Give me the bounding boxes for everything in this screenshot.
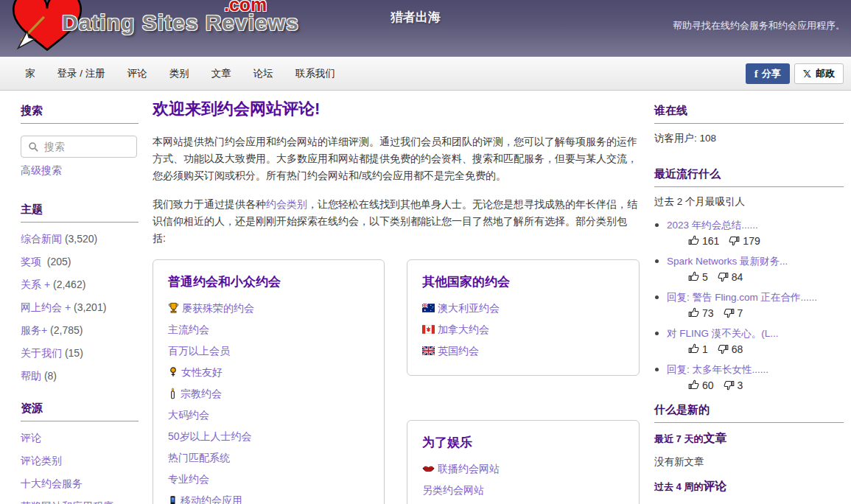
- upvote-count: 73: [702, 307, 714, 319]
- topic-link-awards[interactable]: 奖项: [21, 256, 41, 267]
- header: Dating Sites Reviews .com 猎者出海 帮助寻找在线约会服…: [0, 0, 851, 57]
- list-item: 专业约会: [168, 473, 369, 485]
- advanced-search-link[interactable]: 高级搜索: [21, 164, 139, 178]
- topic-link-general-news[interactable]: 综合新闻: [21, 233, 62, 245]
- topic-link-relationships[interactable]: 关系 +: [21, 279, 50, 290]
- australia-flag-icon: [422, 304, 435, 312]
- category-link-mainstream-dating[interactable]: 主流约会: [168, 323, 209, 335]
- trending-link[interactable]: 对 FLING 漠不关心。(L...: [667, 328, 779, 339]
- page-title: 欢迎来到约会网站评论!: [153, 98, 640, 120]
- category-link-million-members[interactable]: 百万以上会员: [168, 345, 230, 357]
- box-title: 其他国家的约会: [422, 273, 624, 290]
- nav-item-login-register[interactable]: 登录 / 注册: [57, 67, 105, 80]
- resources-list: 评论 评论类别 十大约会服务 获奖网站和应用程序: [21, 432, 139, 504]
- nav-item-home[interactable]: 家: [25, 67, 35, 80]
- search-heading: 搜索: [21, 104, 139, 124]
- resource-item: 评论类别: [21, 455, 139, 467]
- resource-link-reviews[interactable]: 评论: [21, 432, 41, 444]
- list-item: 另类约会网站: [422, 484, 624, 496]
- nav-item-forum[interactable]: 论坛: [253, 67, 273, 80]
- category-link-plus-size-dating[interactable]: 大码约会: [168, 409, 209, 421]
- thumbs-up-icon: [687, 307, 700, 319]
- list-item: 宗教约会: [168, 388, 369, 399]
- nav-item-contact[interactable]: 联系我们: [295, 67, 335, 80]
- logo-com-text: .com: [224, 0, 267, 15]
- topic-count: (8): [44, 370, 57, 382]
- trending-item: 2023 年约会总结...... 161 179: [667, 218, 844, 247]
- search-icon: [28, 141, 39, 153]
- right-sidebar: 谁在线 访客用户: 108 最近流行什么 过去 2 个月最吸引人 2023 年约…: [654, 104, 844, 504]
- resource-item: 获奖网站和应用程序: [21, 500, 139, 504]
- category-link-over-50-dating[interactable]: 50岁以上人士约会: [168, 430, 252, 442]
- thumbs-down-icon: [728, 234, 740, 247]
- boxes-column-2: 其他国家的约会 澳大利亚约会 加拿大约会 英国约会: [407, 259, 640, 504]
- trending-link[interactable]: Spark Networks 最新财务...: [667, 256, 788, 267]
- topic-count: (3,520): [65, 233, 97, 245]
- dating-categories-link[interactable]: 约会类别: [266, 198, 307, 210]
- facebook-share-button[interactable]: f分享: [746, 63, 790, 84]
- nav-item-categories[interactable]: 类别: [169, 67, 189, 80]
- categories-paragraph: 我们致力于通过提供各种约会类别，让您轻松在线找到其他单身人士。无论您是想寻找成熟…: [153, 196, 640, 246]
- trending-link[interactable]: 回复: 太多年长女性......: [667, 364, 768, 375]
- thumbs-down-icon: [717, 343, 729, 355]
- topic-link-about-us[interactable]: 关于我们: [21, 347, 62, 359]
- resource-link-top-ten[interactable]: 十大约会服务: [21, 477, 83, 489]
- x-post-button[interactable]: 𝕏邮政: [794, 63, 844, 84]
- downvote-count: 68: [732, 343, 743, 355]
- list-item: 主流约会: [168, 323, 369, 335]
- topic-item: 网上约会 + (3,201): [21, 301, 139, 314]
- trending-link[interactable]: 2023 年约会总结......: [667, 220, 758, 231]
- downvote-count: 84: [732, 271, 743, 283]
- category-link-mobile-dating-apps[interactable]: 移动约会应用: [181, 494, 242, 504]
- canada-flag-icon: [422, 325, 435, 334]
- thumbs-down-icon: [723, 307, 735, 319]
- resource-link-review-categories[interactable]: 评论类别: [21, 455, 62, 466]
- topic-item: 关系 + (2,462): [21, 279, 139, 291]
- category-link-female-friendly[interactable]: 女性友好: [181, 366, 223, 378]
- thumbs-up-icon: [687, 343, 700, 355]
- female-icon: [168, 366, 178, 377]
- list-item: 联播约会网站: [422, 463, 624, 475]
- facebook-icon: f: [754, 68, 758, 80]
- search-input[interactable]: [44, 141, 125, 153]
- topic-item: 关于我们 (15): [21, 347, 139, 360]
- box-title: 普通约会和小众约会: [168, 273, 369, 290]
- site-tagline: 帮助寻找在线约会服务和约会应用程序。: [673, 19, 845, 32]
- category-link-syndicated-dating-sites[interactable]: 联播约会网站: [438, 463, 500, 475]
- topic-link-services[interactable]: 服务+: [21, 324, 47, 336]
- category-link-matching-systems[interactable]: 热门匹配系统: [168, 452, 230, 463]
- trending-subtitle: 过去 2 个月最吸引人: [654, 195, 844, 209]
- upvote-count: 161: [702, 235, 719, 247]
- category-link-religious-dating[interactable]: 宗教约会: [181, 388, 222, 399]
- thumbs-up-icon: [687, 379, 700, 391]
- nav-item-articles[interactable]: 文章: [211, 67, 231, 80]
- topics-heading: 主题: [21, 203, 139, 223]
- trending-link[interactable]: 回复: 警告 Fling.com 正在合作......: [667, 292, 817, 303]
- category-link-alternative-dating-sites[interactable]: 另类约会网站: [422, 484, 484, 496]
- trending-item: 回复: 太多年长女性...... 60 3: [667, 363, 844, 391]
- category-link-award-winning-dating[interactable]: 屡获殊荣的约会: [182, 302, 254, 314]
- category-link-uk-dating[interactable]: 英国约会: [438, 345, 479, 357]
- category-link-professional-dating[interactable]: 专业约会: [168, 473, 209, 485]
- topic-count: (2,785): [50, 324, 83, 336]
- no-new-articles-text: 没有新文章: [654, 455, 844, 469]
- resource-item: 十大约会服务: [21, 477, 139, 490]
- list-item: 50岁以上人士约会: [168, 430, 369, 442]
- upvote-count: 5: [702, 271, 708, 283]
- upvote-count: 60: [702, 379, 714, 391]
- topic-link-help[interactable]: 帮助: [21, 370, 41, 382]
- list-item: 屡获殊荣的约会: [168, 302, 369, 314]
- resource-link-award-winning[interactable]: 获奖网站和应用程序: [21, 500, 113, 504]
- list-item: 大码约会: [168, 409, 369, 421]
- intro-paragraph: 本网站提供热门约会应用和约会网站的详细评测。通过我们会员和团队的评测，您可以了解…: [153, 133, 640, 183]
- trending-heading: 最近流行什么: [654, 167, 844, 187]
- nav-item-reviews[interactable]: 评论: [127, 67, 147, 80]
- trending-item: 对 FLING 漠不关心。(L... 1 68: [667, 326, 844, 355]
- topic-item: 综合新闻 (3,520): [21, 233, 139, 245]
- category-link-canada-dating[interactable]: 加拿大约会: [438, 323, 489, 335]
- main-content: 欢迎来到约会网站评论! 本网站提供热门约会应用和约会网站的详细评测。通过我们会员…: [153, 98, 640, 504]
- topic-link-online-dating[interactable]: 网上约会 +: [21, 301, 71, 313]
- thumbs-down-icon: [723, 379, 735, 391]
- category-link-australia-dating[interactable]: 澳大利亚约会: [438, 302, 500, 314]
- site-logo[interactable]: Dating Sites Reviews .com: [0, 0, 309, 57]
